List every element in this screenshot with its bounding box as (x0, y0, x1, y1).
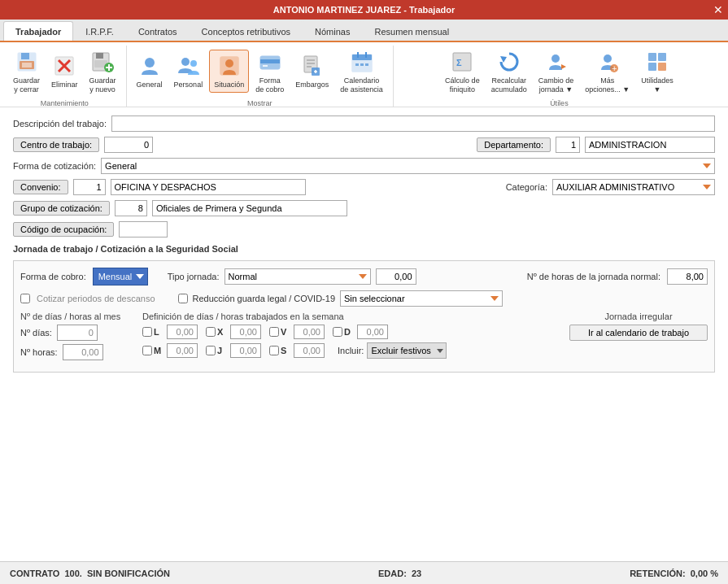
svg-point-13 (145, 58, 155, 68)
utilidades-button[interactable]: Utilidades▼ (636, 46, 678, 98)
save-new-icon (89, 49, 116, 75)
tipo-jornada-select[interactable]: Normal (225, 268, 371, 285)
tab-conceptos[interactable]: Conceptos retributivos (190, 21, 303, 41)
day-x-check[interactable] (206, 327, 216, 337)
general-button[interactable]: General (132, 50, 168, 93)
forma-cotizacion-select[interactable]: General (101, 158, 715, 174)
tab-resumen[interactable]: Resumen mensual (362, 21, 461, 41)
convenio-name-input[interactable] (111, 179, 306, 195)
day-x-input[interactable] (230, 325, 261, 339)
situacion-button[interactable]: Situación (209, 50, 249, 93)
codigo-ocupacion-button[interactable]: Código de ocupación: (13, 222, 114, 237)
day-j-check[interactable] (206, 346, 216, 355)
tab-nominas[interactable]: Nóminas (303, 21, 362, 41)
day-m: M (142, 343, 198, 358)
descripcion-row: Descripción del trabajo: (13, 115, 715, 132)
departamento-name-input[interactable] (585, 137, 715, 153)
day-s-check[interactable] (269, 346, 279, 355)
tab-trabajador[interactable]: Trabajador (3, 21, 73, 41)
n-horas-mes-input[interactable] (63, 344, 103, 360)
horas-jornada-input[interactable] (376, 268, 416, 285)
ribbon-group-mostrar: General Personal (127, 46, 394, 107)
svg-text:+: + (612, 63, 617, 73)
dias-horas-title: Nº de días / horas al mes (20, 312, 134, 321)
day-d-label: D (344, 327, 355, 337)
ir-calendario-button[interactable]: Ir al calendario de trabajo (569, 325, 708, 341)
reduccion-checkbox[interactable] (178, 294, 188, 303)
cotizar-checkbox[interactable] (20, 294, 30, 303)
day-x-label: X (217, 327, 229, 337)
close-button[interactable]: ✕ (708, 0, 728, 20)
day-d-check[interactable] (333, 327, 342, 337)
convenio-button[interactable]: Convenio: (13, 180, 68, 194)
mantenimiento-label: Mantenimiento (41, 99, 89, 107)
n-horas-label: Nº de horas de la jornada normal: (527, 272, 660, 281)
guardar-nuevo-button[interactable]: Guardary nuevo (85, 46, 121, 98)
day-j-input[interactable] (230, 343, 261, 358)
n-horas-mes-label: Nº horas: (20, 347, 58, 357)
n-dias-input[interactable] (57, 325, 98, 341)
forma-cobro-select[interactable]: Mensual (93, 268, 148, 285)
grupo-name-input[interactable] (152, 200, 347, 216)
cambio-jornada-label: Cambio dejornada ▼ (538, 76, 574, 94)
convenio-code-input[interactable] (73, 179, 106, 195)
eliminar-label: Eliminar (51, 81, 78, 89)
day-l-label: L (154, 327, 165, 337)
codigo-ocupacion-input[interactable] (119, 221, 168, 238)
window-title: ANTONIO MARTINEZ JUAREZ - Trabajador (273, 5, 455, 15)
svg-rect-43 (648, 53, 656, 61)
day-j: J (206, 343, 261, 358)
personal-icon (175, 53, 201, 79)
svg-rect-8 (96, 53, 103, 59)
personal-button[interactable]: Personal (169, 50, 208, 93)
departamento-code-input[interactable] (556, 137, 580, 153)
grupo-code-input[interactable] (115, 200, 147, 216)
day-v-check[interactable] (269, 327, 279, 337)
recalcular-label: Recalcularacumulado (491, 76, 527, 94)
day-m-input[interactable] (167, 343, 198, 358)
svg-rect-29 (352, 54, 372, 60)
jornada-title: Jornada de trabajo / Cotización a la Seg… (13, 244, 715, 255)
calendario-asistencia-label: Calendariode asistencia (340, 76, 383, 94)
cambio-jornada-button[interactable]: Cambio dejornada ▼ (534, 46, 579, 98)
tab-irpf[interactable]: I.R.P.F. (73, 21, 126, 41)
day-v-input[interactable] (294, 325, 325, 339)
calculo-finiquito-button[interactable]: Σ Cálculo definiquito (440, 46, 485, 98)
departamento-button[interactable]: Departamento: (477, 137, 551, 152)
descripcion-input[interactable] (111, 115, 715, 132)
svg-rect-19 (260, 59, 280, 63)
mas-opciones-button[interactable]: + Másopciones... ▼ (580, 46, 634, 98)
contrato-status: CONTRATO 100. SIN BONIFICACIÓN (10, 569, 170, 578)
svg-rect-46 (658, 63, 666, 71)
centro-trabajo-button[interactable]: Centro de trabajo: (13, 137, 99, 152)
mas-opciones-icon: + (595, 49, 621, 75)
day-x: X (206, 325, 261, 339)
sin-seleccionar-select[interactable]: Sin seleccionar (340, 290, 503, 307)
days-row2: M J S Incluir: (142, 342, 561, 359)
centro-input[interactable] (104, 137, 153, 153)
delete-icon (51, 53, 77, 79)
grupo-cotizacion-button[interactable]: Grupo de cotización: (13, 201, 110, 216)
embargos-icon (299, 53, 325, 79)
day-s-input[interactable] (294, 343, 325, 358)
ribbon-group-utiles: Σ Cálculo definiquito Recalcularacumulad… (394, 46, 725, 107)
mostrar-label: Mostrar (247, 99, 272, 107)
forma-cobro-icon (257, 49, 283, 75)
svg-marker-37 (500, 56, 507, 63)
incluir-select[interactable]: Excluir festivos (367, 342, 447, 359)
recalcular-button[interactable]: Recalcularacumulado (486, 46, 532, 98)
calendario-button[interactable]: Calendariode asistencia (335, 46, 388, 98)
forma-cobro-button[interactable]: Formade cobro (251, 46, 289, 98)
title-bar: ANTONIO MARTINEZ JUAREZ - Trabajador ✕ (0, 0, 728, 20)
embargos-button[interactable]: Embargos (290, 50, 333, 93)
eliminar-button[interactable]: Eliminar (46, 50, 83, 93)
tab-contratos[interactable]: Contratos (126, 21, 190, 41)
day-l-input[interactable] (167, 325, 198, 339)
day-l-check[interactable] (142, 327, 152, 337)
categoria-select[interactable]: AUXILIAR ADMINISTRATIVO (552, 179, 715, 195)
jornada-row2: Cotizar periodos de descanso Reducción g… (20, 290, 708, 307)
n-horas-input[interactable] (667, 268, 708, 285)
day-d-input[interactable] (357, 325, 388, 339)
day-m-check[interactable] (142, 346, 152, 355)
guardar-cerrar-button[interactable]: Guardary cerrar (8, 46, 45, 98)
